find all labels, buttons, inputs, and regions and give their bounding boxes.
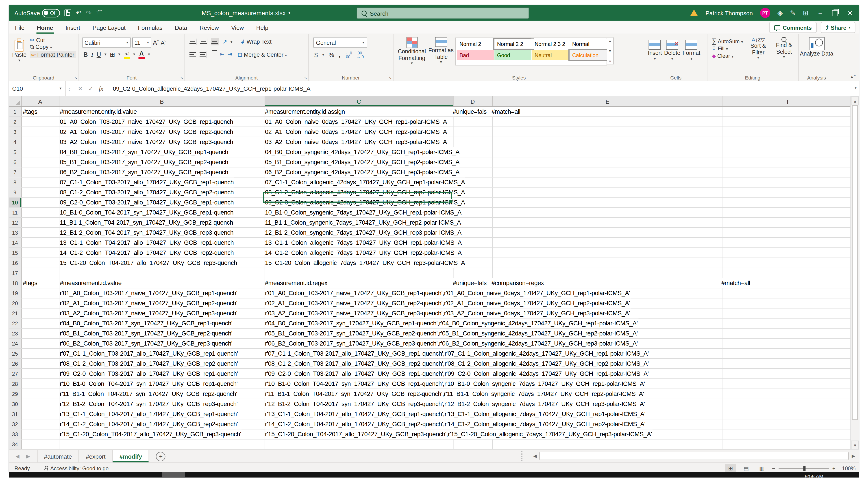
collapse-ribbon-icon[interactable]: ▲︎ˆ	[849, 75, 856, 80]
search-box[interactable]: Search	[356, 7, 529, 19]
cell-F4[interactable]	[723, 137, 855, 147]
cell-F21[interactable]	[723, 309, 855, 318]
style-gallery-scroll[interactable]: ▲ ▼ ▽̲	[607, 38, 614, 65]
row-header-29[interactable]: 29	[9, 389, 22, 399]
cell-A20[interactable]	[22, 299, 59, 308]
sheet-tab-export[interactable]: #export	[79, 450, 113, 463]
cell-F7[interactable]	[723, 168, 855, 177]
row-header-31[interactable]: 31	[9, 409, 22, 419]
style-gallery-item[interactable]: Normal 2 3 2	[531, 39, 571, 49]
vertical-scroll-thumb[interactable]	[852, 105, 858, 420]
cell-F15[interactable]	[723, 248, 855, 258]
warning-icon[interactable]	[690, 10, 698, 16]
cell-A30[interactable]	[22, 399, 59, 409]
cell-C34[interactable]	[265, 440, 454, 449]
scroll-up-icon[interactable]: ▲	[851, 96, 859, 105]
cell-E7[interactable]	[493, 168, 723, 177]
cell-F10[interactable]	[723, 198, 855, 207]
row-header-34[interactable]: 34	[9, 440, 22, 449]
horizontal-scroll-thumb[interactable]	[539, 452, 849, 460]
scroll-down-icon[interactable]: ▼	[851, 441, 859, 450]
select-all-corner[interactable]	[9, 96, 22, 106]
cell-D17[interactable]	[454, 268, 493, 278]
close-button[interactable]: ✕	[845, 9, 855, 16]
increase-decimal-button[interactable]: ←.0.00	[345, 51, 352, 59]
style-gallery-item[interactable]: Good	[494, 50, 534, 61]
cell-F22[interactable]	[723, 319, 855, 328]
find-select-button[interactable]: Find & Select▾	[773, 34, 795, 60]
cell-F26[interactable]	[723, 359, 855, 369]
cell-F6[interactable]	[723, 158, 855, 167]
align-center-icon[interactable]	[199, 51, 207, 58]
cell-A29[interactable]	[22, 389, 59, 399]
vertical-scrollbar[interactable]: ▲ ▼	[850, 96, 859, 450]
row-header-22[interactable]: 22	[9, 319, 22, 328]
font-dialog-launcher[interactable]: ↘	[180, 76, 183, 80]
align-right-icon[interactable]	[210, 49, 217, 59]
user-name[interactable]: Patrick Thompson	[706, 10, 753, 16]
cell-A31[interactable]	[22, 409, 59, 419]
cell-D2[interactable]	[454, 117, 493, 127]
cell-B17[interactable]	[59, 268, 265, 278]
column-header-E[interactable]: E	[493, 96, 723, 106]
cell-F12[interactable]	[723, 218, 855, 228]
bold-button[interactable]: B	[84, 51, 88, 58]
cell-F9[interactable]	[723, 187, 855, 197]
gallery-up-icon[interactable]: ▲	[608, 39, 612, 42]
tab-home[interactable]: Home	[31, 21, 59, 34]
tab-review[interactable]: Review	[193, 21, 225, 34]
cell-F24[interactable]	[723, 339, 855, 348]
cell-A14[interactable]	[22, 238, 59, 248]
row-header-18[interactable]: 18	[9, 278, 22, 288]
cell-E2[interactable]	[493, 117, 723, 127]
currency-button[interactable]: $	[314, 52, 318, 58]
analyze-data-button[interactable]: Analyze Data	[799, 34, 835, 57]
number-format-select[interactable]: General▾	[313, 38, 367, 48]
scroll-left-icon[interactable]: ◀	[532, 453, 538, 458]
cell-A17[interactable]	[22, 268, 59, 278]
cut-button[interactable]: ✂ Cut	[30, 37, 75, 43]
cell-E11[interactable]	[493, 208, 723, 217]
sheet-next-icon[interactable]: ▶	[26, 453, 30, 459]
increase-indent-icon[interactable]: ⇥	[228, 52, 232, 57]
row-header-30[interactable]: 30	[9, 399, 22, 409]
style-gallery-item[interactable]: Bad	[456, 50, 496, 61]
row-header-32[interactable]: 32	[9, 419, 22, 429]
row-header-12[interactable]: 12	[9, 218, 22, 228]
cell-A7[interactable]	[22, 168, 59, 177]
minimize-button[interactable]: –	[816, 10, 825, 16]
row-header-33[interactable]: 33	[9, 430, 22, 439]
cell-A3[interactable]	[22, 127, 59, 137]
cell-E3[interactable]	[493, 127, 723, 137]
cell-A12[interactable]	[22, 218, 59, 228]
row-header-26[interactable]: 26	[9, 359, 22, 369]
cell-A33[interactable]	[22, 430, 59, 439]
borders-button[interactable]: ⊞	[110, 51, 115, 58]
number-dialog-launcher[interactable]: ↘	[389, 76, 392, 80]
cell-A8[interactable]	[22, 178, 59, 187]
cell-A24[interactable]	[22, 339, 59, 348]
cell-F25[interactable]	[723, 349, 855, 358]
align-left-icon[interactable]	[189, 51, 196, 58]
cell-E4[interactable]	[493, 137, 723, 147]
share-button[interactable]: ⤴ Share ▾	[821, 22, 856, 33]
taskbar-app-indicator[interactable]	[162, 472, 185, 477]
cell-E12[interactable]	[493, 218, 723, 228]
cell-F33[interactable]	[723, 430, 855, 439]
cell-A4[interactable]	[22, 137, 59, 147]
gallery-down-icon[interactable]: ▼	[608, 49, 612, 53]
cell-F23[interactable]	[723, 329, 855, 338]
undo-icon[interactable]: ↶	[76, 10, 82, 16]
row-header-21[interactable]: 21	[9, 309, 22, 318]
style-gallery-item[interactable]: Calculation	[569, 50, 609, 61]
megaphone-icon[interactable]: ✎	[790, 9, 796, 17]
tab-scrollbar-splitter[interactable]	[522, 451, 523, 461]
insert-function-icon[interactable]: fx	[99, 85, 103, 92]
cell-A15[interactable]	[22, 248, 59, 258]
cell-F34[interactable]	[723, 440, 855, 449]
cell-C17[interactable]	[265, 268, 454, 278]
cell-E16[interactable]	[493, 258, 723, 268]
column-header-F[interactable]: F	[723, 96, 855, 106]
style-gallery-item[interactable]: Neutral	[531, 50, 571, 61]
cell-A32[interactable]	[22, 419, 59, 429]
